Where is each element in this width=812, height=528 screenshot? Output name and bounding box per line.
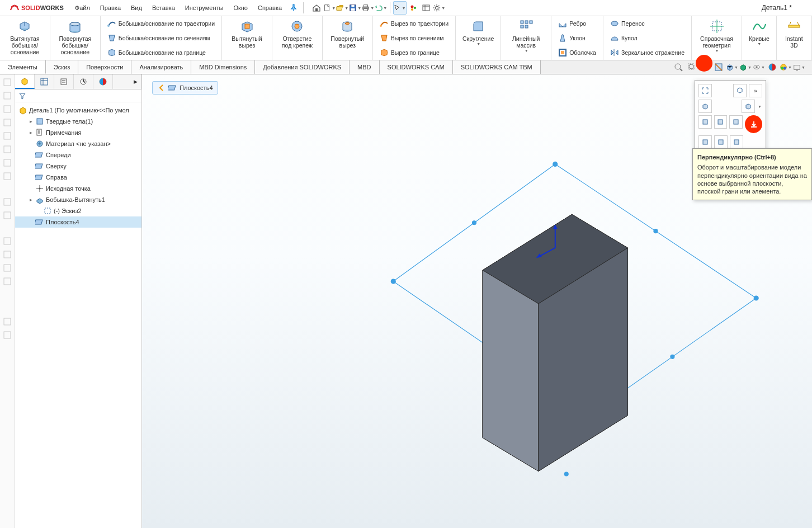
tree-item[interactable]: Исходная точка	[15, 183, 141, 194]
fm-tab-more[interactable]: ▶	[113, 74, 141, 89]
tree-item[interactable]: ▸Бобышка-Вытянуть1	[15, 194, 141, 205]
tree-item[interactable]: Сверху	[15, 161, 141, 172]
edit-appearance-button[interactable]	[766, 61, 778, 73]
tab-evaluate[interactable]: Анализировать	[131, 60, 191, 74]
tree-item[interactable]: ▸Твердые тела(1)	[15, 116, 141, 127]
home-button[interactable]	[310, 2, 323, 14]
display-style-button[interactable]: ▼	[739, 61, 752, 73]
pin-icon[interactable]	[287, 2, 300, 14]
vc-bottom[interactable]	[730, 135, 743, 149]
select-button[interactable]: ▼	[393, 1, 407, 15]
new-button[interactable]: ▼	[323, 2, 336, 14]
tree-item[interactable]: Плоскость4	[15, 216, 141, 228]
tree-item[interactable]: (-) Эскиз2	[15, 205, 141, 216]
vc-iso-2[interactable]	[742, 100, 755, 113]
tp-icon-11[interactable]	[3, 237, 12, 246]
fm-tab-config[interactable]	[54, 74, 74, 89]
tp-icon-10[interactable]	[3, 211, 12, 220]
menu-view[interactable]: Вид	[126, 2, 147, 13]
tp-icon-14[interactable]	[3, 277, 12, 286]
zoom-fit-button[interactable]	[672, 61, 684, 73]
tab-features[interactable]: Элементы	[0, 60, 46, 74]
fm-tab-display[interactable]	[93, 74, 113, 89]
tp-icon-3[interactable]	[3, 105, 12, 114]
print-button[interactable]: ▼	[362, 2, 374, 14]
rib-button[interactable]: Ребро	[556, 17, 598, 30]
linear-pattern-button[interactable]: Линейный массив▼	[506, 16, 546, 60]
instant3d-button[interactable]: Instant 3D	[781, 16, 807, 60]
tp-icon-7[interactable]	[3, 158, 12, 167]
tab-cam-tbm[interactable]: SOLIDWORKS CAM TBM	[453, 60, 541, 74]
save-button[interactable]: ▼	[349, 2, 361, 14]
vc-view-selector[interactable]	[733, 84, 747, 97]
fm-tab-property[interactable]	[35, 74, 54, 89]
vc-zoom-fit[interactable]	[698, 84, 712, 97]
shell-button[interactable]: Оболочка	[556, 46, 598, 59]
menu-edit[interactable]: Правка	[96, 2, 125, 13]
loft-cut-button[interactable]: Вырез по сечениям	[377, 31, 451, 45]
dome-button[interactable]: Купол	[608, 31, 687, 45]
fillet-button[interactable]: Скругление▼	[460, 16, 496, 60]
undo-button[interactable]: ▼	[375, 2, 387, 14]
apply-scene-button[interactable]: ▼	[780, 61, 792, 73]
vc-iso-1[interactable]	[698, 100, 712, 113]
wrap-button[interactable]: Перенос	[608, 17, 687, 30]
tab-surfaces[interactable]: Поверхности	[78, 60, 131, 74]
fm-tab-tree[interactable]	[15, 74, 35, 89]
rebuild-button[interactable]	[407, 2, 419, 14]
boundary-boss-button[interactable]: Бобышка/основание на границе	[105, 46, 217, 59]
graphics-viewport[interactable]: Плоскость4	[142, 74, 812, 528]
fm-tab-dim[interactable]	[74, 74, 93, 89]
extrude-cut-button[interactable]: Вытянутый вырез	[226, 16, 267, 60]
vc-normal-to[interactable]	[745, 115, 762, 133]
tp-icon-1[interactable]	[3, 78, 12, 87]
hide-show-button[interactable]: ▼	[753, 61, 765, 73]
vc-left[interactable]	[729, 115, 743, 129]
open-button[interactable]: ▼	[336, 2, 348, 14]
tree-item[interactable]: Спереди	[15, 149, 141, 161]
tp-icon-13[interactable]	[3, 263, 12, 272]
menu-insert[interactable]: Вставка	[148, 2, 180, 13]
sweep-cut-button[interactable]: Вырез по траектории	[377, 17, 451, 30]
section-view-button[interactable]	[712, 61, 725, 73]
vc-back[interactable]	[714, 115, 728, 129]
menu-tools[interactable]: Инструменты	[181, 2, 228, 13]
revolve-cut-button[interactable]: Повернутый вырез	[327, 16, 368, 60]
settings-button[interactable]: ▼	[433, 2, 445, 14]
vc-front[interactable]	[698, 115, 712, 129]
menu-window[interactable]: Окно	[229, 2, 252, 13]
tree-item[interactable]: Материал <не указан>	[15, 138, 141, 149]
tab-mbd-dim[interactable]: MBD Dimensions	[191, 60, 255, 74]
tree-item[interactable]: Справа	[15, 172, 141, 183]
tp-icon-8[interactable]	[3, 172, 12, 181]
tree-root[interactable]: Деталь1 (По умолчанию<<По умол	[15, 105, 141, 116]
curves-button[interactable]: Кривые▼	[747, 16, 772, 60]
loft-boss-button[interactable]: Бобышка/основание по сечениям	[105, 31, 217, 45]
boundary-cut-button[interactable]: Вырез по границе	[377, 46, 451, 59]
hole-wizard-button[interactable]: Отверстие под крепеж	[277, 16, 318, 60]
tab-cam[interactable]: SOLIDWORKS CAM	[380, 60, 453, 74]
revolve-boss-button[interactable]: Повернутая бобышка/основание	[55, 16, 96, 60]
reference-geometry-button[interactable]: Справочная геометрия▼	[696, 16, 737, 60]
draft-button[interactable]: Уклон	[556, 31, 598, 45]
menu-file[interactable]: Файл	[70, 2, 95, 13]
feature-filter[interactable]	[15, 89, 141, 102]
tp-icon-2[interactable]	[3, 91, 12, 100]
tp-icon-6[interactable]	[3, 145, 12, 154]
tp-icon-5[interactable]	[3, 131, 12, 140]
view-settings-button[interactable]: ▼	[793, 61, 805, 73]
tp-icon-15[interactable]	[3, 317, 12, 326]
tab-addins[interactable]: Добавления SOLIDWORKS	[255, 60, 350, 74]
tp-icon-12[interactable]	[3, 250, 12, 259]
tp-icon-16[interactable]	[3, 331, 12, 340]
tp-icon-4[interactable]	[3, 118, 12, 127]
options-button[interactable]	[420, 2, 432, 14]
view-orientation-button[interactable]: ▼	[726, 61, 738, 73]
vc-right[interactable]	[698, 135, 712, 149]
sweep-boss-button[interactable]: Бобышка/основание по траектории	[105, 17, 217, 30]
menu-help[interactable]: Справка	[253, 2, 286, 13]
vc-top[interactable]	[714, 135, 728, 149]
tab-sketch[interactable]: Эскиз	[46, 60, 78, 74]
extrude-boss-button[interactable]: Вытянутая бобышка/основание	[4, 16, 45, 60]
tp-icon-9[interactable]	[3, 197, 12, 206]
